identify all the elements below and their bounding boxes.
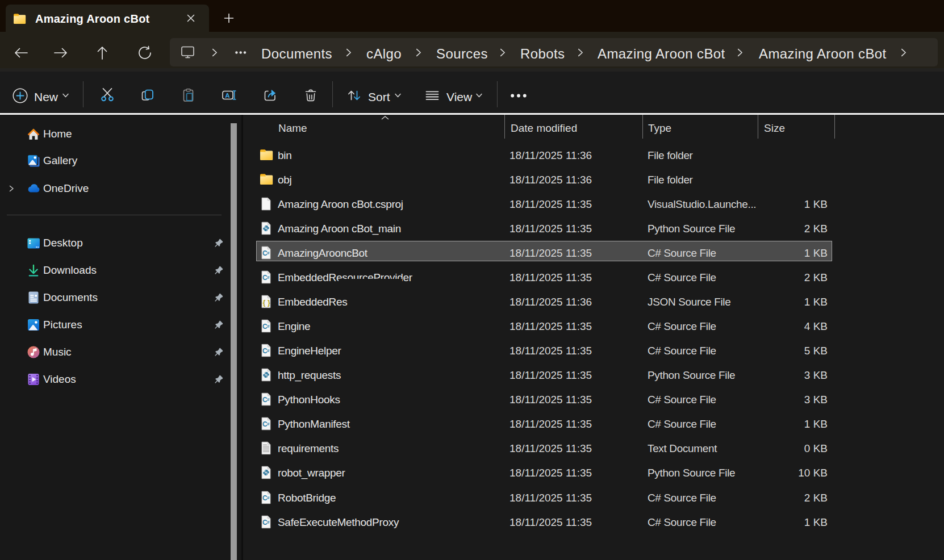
svg-text:A: A bbox=[225, 92, 229, 99]
